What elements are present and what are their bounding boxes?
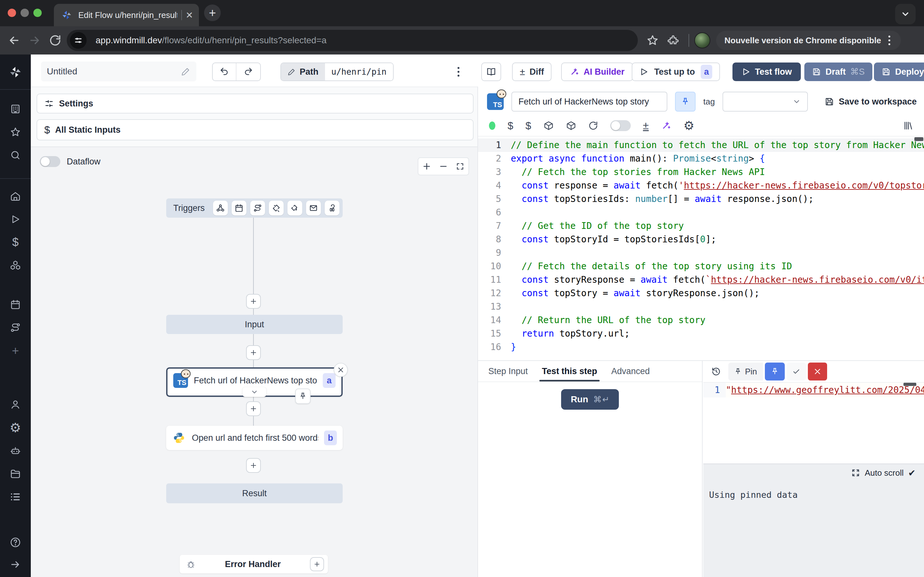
more-options-button[interactable]: [449, 63, 467, 81]
window-close-button[interactable]: [8, 9, 16, 17]
email-trigger-button[interactable]: [306, 201, 321, 215]
flow-canvas[interactable]: Dataflow Triggers: [31, 147, 477, 577]
sidebar-item-runs[interactable]: [0, 210, 31, 229]
diff-button[interactable]: ± Diff: [512, 63, 551, 81]
tab-test-this-step[interactable]: Test this step: [536, 366, 603, 382]
sidebar-expand-button[interactable]: [0, 555, 31, 574]
code-line[interactable]: 8 const topStoryId = topStoriesIds[0];: [478, 233, 924, 246]
expand-icon[interactable]: [851, 468, 860, 477]
redo-button[interactable]: [236, 63, 260, 81]
run-button[interactable]: Run ⌘↵: [561, 389, 619, 410]
code-line[interactable]: 15 return topStory.url;: [478, 327, 924, 340]
ai-gen-button[interactable]: [661, 121, 671, 131]
editor-settings-button[interactable]: ⚙: [683, 119, 694, 133]
code-line[interactable]: 6: [478, 206, 924, 219]
profile-avatar[interactable]: [694, 32, 710, 48]
chrome-update-button[interactable]: Nouvelle version de Chrome disponible: [716, 31, 901, 50]
library-button[interactable]: [903, 121, 913, 131]
address-bar[interactable]: app.windmill.dev/flows/edit/u/henri/pin_…: [67, 30, 638, 51]
node-a-delete-button[interactable]: [334, 363, 348, 377]
fit-view-button[interactable]: [452, 158, 468, 175]
package-button[interactable]: [543, 121, 554, 131]
sidebar-item-add[interactable]: +: [0, 342, 31, 360]
code-line[interactable]: 7 // Get the ID of the top story: [478, 219, 924, 233]
code-line[interactable]: 5 const topStoriesIds: number[] = await …: [478, 192, 924, 206]
pinned-data-editor[interactable]: 1 "https://www.geoffreylitt.com/2025/04/…: [703, 382, 924, 464]
sidebar-item-routes[interactable]: [0, 318, 31, 337]
resources-button[interactable]: $: [525, 120, 531, 132]
http-route-trigger-button[interactable]: [250, 201, 265, 215]
save-to-workspace-button[interactable]: Save to workspace: [825, 97, 917, 107]
window-minimize-button[interactable]: [21, 9, 29, 17]
package-cache-button[interactable]: [566, 121, 576, 131]
code-line[interactable]: 10 // Fetch the details of the top story…: [478, 259, 924, 273]
poll-trigger-button[interactable]: [325, 201, 339, 215]
insert-step-button[interactable]: [246, 401, 261, 416]
websocket-trigger-button[interactable]: [269, 201, 284, 215]
insert-step-button[interactable]: [246, 294, 261, 309]
flow-node-b[interactable]: Open url and fetch first 500 words of ..…: [166, 426, 342, 450]
triggers-node[interactable]: Triggers: [166, 198, 342, 218]
sidebar-item-variables[interactable]: $: [0, 233, 31, 251]
path-control[interactable]: Path u/henri/pin: [280, 63, 394, 81]
dataflow-toggle[interactable]: [40, 156, 60, 167]
new-tab-button[interactable]: +: [204, 5, 221, 21]
node-a-expand-button[interactable]: [242, 387, 266, 397]
code-line[interactable]: 11 const storyResponse = await fetch(`ht…: [478, 273, 924, 287]
kafka-trigger-button[interactable]: [288, 201, 302, 215]
code-line[interactable]: 12 const topStory = await storyResponse.…: [478, 287, 924, 300]
ai-builder-button[interactable]: AI Builder: [561, 63, 633, 81]
browser-menu-icon[interactable]: [881, 32, 898, 49]
flow-title-field[interactable]: Untitled: [41, 61, 196, 81]
code-line[interactable]: 9: [478, 246, 924, 259]
step-summary-input[interactable]: Fetch url of HackerNews top story: [511, 92, 667, 111]
sidebar-item-schedules[interactable]: [0, 295, 31, 314]
sidebar-item-workspace[interactable]: [0, 100, 31, 118]
reload-button[interactable]: [45, 30, 65, 51]
code-line[interactable]: 3 // Fetch the top stories from Hacker N…: [478, 165, 924, 179]
tab-overflow-button[interactable]: [895, 4, 916, 24]
windmill-logo[interactable]: [0, 63, 31, 81]
accept-pin-button[interactable]: [787, 363, 806, 380]
flow-node-a[interactable]: TS Fetch url of HackerNews top story a: [166, 367, 342, 397]
sidebar-item-assistants[interactable]: [0, 442, 31, 460]
test-flow-button[interactable]: Test flow: [732, 63, 801, 81]
undo-button[interactable]: [213, 63, 236, 81]
back-button[interactable]: [4, 30, 24, 51]
zoom-in-button[interactable]: [418, 158, 435, 175]
insert-step-button[interactable]: [246, 345, 261, 360]
pin-label-button[interactable]: Pin: [728, 363, 763, 380]
add-error-handler-button[interactable]: [310, 557, 324, 571]
reload-button[interactable]: [588, 121, 598, 131]
deploy-button[interactable]: Deploy: [874, 63, 924, 81]
assistant-toggle[interactable]: ±: [643, 121, 649, 131]
variables-button[interactable]: $: [507, 120, 513, 132]
sidebar-item-search[interactable]: [0, 146, 31, 164]
tag-select[interactable]: [722, 92, 808, 111]
pin-toggle-button[interactable]: [675, 92, 696, 111]
settings-row[interactable]: Settings: [37, 93, 473, 113]
close-pinned-button[interactable]: [808, 363, 827, 380]
webhook-trigger-button[interactable]: [213, 201, 228, 215]
forward-button[interactable]: [24, 30, 45, 51]
extensions-button[interactable]: [663, 30, 683, 51]
result-node[interactable]: Result: [166, 484, 342, 503]
tab-step-input[interactable]: Step Input: [483, 366, 533, 382]
all-static-inputs-row[interactable]: $ All Static Inputs: [37, 119, 473, 140]
node-a-pin-button[interactable]: [295, 388, 310, 404]
tab-close-icon[interactable]: ✕: [186, 10, 193, 21]
code-line[interactable]: 1// Define the main function to fetch th…: [478, 139, 924, 152]
site-settings-icon[interactable]: [70, 32, 87, 49]
sidebar-item-help[interactable]: [0, 533, 31, 552]
editor-scrollbar[interactable]: [914, 137, 923, 141]
code-line[interactable]: 13: [478, 300, 924, 314]
sidebar-item-settings[interactable]: ⚙: [0, 418, 31, 437]
code-line[interactable]: 4 const response = await fetch('https://…: [478, 179, 924, 192]
error-handler-node[interactable]: Error Handler: [180, 555, 328, 574]
sidebar-item-folders[interactable]: [0, 464, 31, 483]
test-up-to-button[interactable]: Test up to a: [632, 63, 720, 81]
bookmark-button[interactable]: [642, 30, 663, 51]
code-line[interactable]: 16}: [478, 340, 924, 354]
sidebar-item-user[interactable]: [0, 395, 31, 414]
docs-button[interactable]: [481, 63, 501, 81]
